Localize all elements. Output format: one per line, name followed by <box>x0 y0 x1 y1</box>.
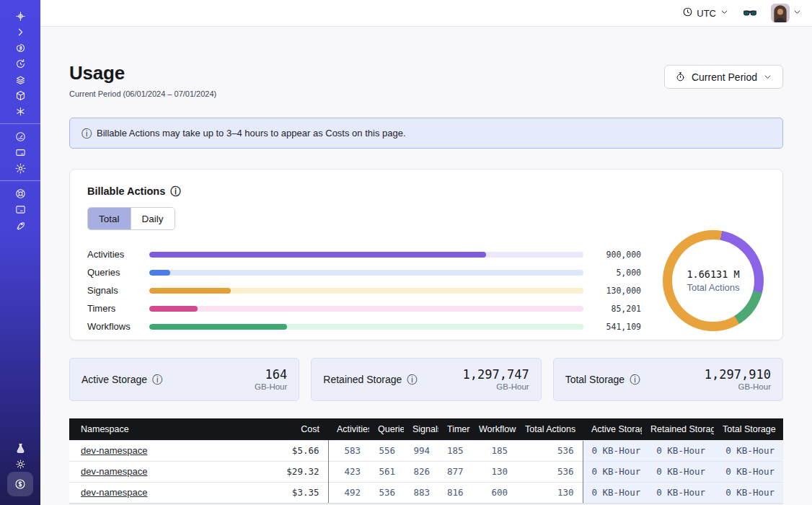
queries-cell: 556 <box>369 440 404 461</box>
bar-value: 900,000 <box>593 250 641 260</box>
account-menu[interactable] <box>771 4 802 22</box>
chevron-down-icon <box>720 7 729 19</box>
activities-cell: 423 <box>328 461 369 482</box>
page-subtitle: Current Period (06/01/2024 – 07/01/2024) <box>69 89 216 98</box>
billable-bar-chart: Activities 900,000 Queries 5,000 Signals <box>87 245 641 335</box>
bar-value: 85,201 <box>593 304 641 314</box>
table-row: dev-namespace $5.66 583 556 994 185 185 … <box>69 440 783 461</box>
expand-chevron-icon[interactable] <box>0 24 40 40</box>
deployments-cube-icon[interactable] <box>0 87 40 103</box>
usage-gauge-icon[interactable] <box>0 128 40 144</box>
timezone-selector[interactable]: UTC <box>682 6 729 19</box>
signals-cell: 883 <box>404 482 438 503</box>
period-dropdown-button[interactable]: Current Period <box>664 65 783 89</box>
donut-total-label: Total Actions <box>687 282 740 293</box>
bar-fill <box>149 324 287 330</box>
total-actions-cell: 536 <box>516 461 583 482</box>
avatar <box>771 4 790 22</box>
namespace-link[interactable]: dev-namespace <box>81 445 148 456</box>
col-total-actions: Total Actions <box>516 418 583 440</box>
retained-storage-cell: 0 KB-Hour <box>642 440 714 461</box>
temporal-logo-icon[interactable] <box>0 8 40 24</box>
schedules-icon[interactable] <box>0 56 40 71</box>
info-icon[interactable]: ⓘ <box>407 374 417 385</box>
workflows-cell: 600 <box>470 482 516 503</box>
active-storage-cell: 0 KB-Hour <box>583 482 642 503</box>
cost-cell: $29.32 <box>250 461 328 482</box>
col-namespace: Namespace <box>69 418 250 440</box>
support-lifebuoy-icon[interactable] <box>0 185 40 201</box>
clock-icon <box>682 6 693 19</box>
bar-track <box>149 324 583 330</box>
bar-label: Workflows <box>87 321 139 332</box>
active-storage-cell: 0 KB-Hour <box>583 440 642 461</box>
workflows-cell: 185 <box>470 440 516 461</box>
asterisk-icon[interactable] <box>0 103 40 119</box>
signals-cell: 826 <box>404 461 438 482</box>
bar-value: 5,000 <box>593 268 641 278</box>
bar-value: 541,109 <box>593 322 641 332</box>
active-storage-label: Active Storage <box>81 374 147 385</box>
topbar: UTC <box>40 0 812 27</box>
total-storage-unit: GB-Hour <box>705 382 771 391</box>
bar-row-activities: Activities 900,000 <box>87 245 641 263</box>
active-storage-unit: GB-Hour <box>255 382 287 391</box>
theme-sun-icon[interactable] <box>0 456 40 472</box>
sidebar <box>0 0 40 505</box>
table-row: dev-namespace $3.35 492 536 883 816 600 … <box>69 482 783 503</box>
storage-summary-row: Active Storage ⓘ 164 GB-Hour Retained St… <box>69 358 783 401</box>
sidebar-divider <box>0 123 40 124</box>
col-cost: Cost <box>250 418 328 440</box>
settings-gear-icon[interactable] <box>0 160 40 176</box>
active-storage-value: 164 <box>255 368 287 382</box>
stopwatch-icon <box>675 71 686 82</box>
col-timers: Timers <box>438 418 470 440</box>
total-storage-cell: 0 KB-Hour <box>714 482 783 503</box>
bar-fill <box>149 306 198 312</box>
retained-storage-label: Retained Storage <box>323 374 402 385</box>
feedback-monitor-icon[interactable] <box>0 201 40 217</box>
retained-storage-unit: GB-Hour <box>463 382 529 391</box>
total-storage-card: Total Storage ⓘ 1,297,910 GB-Hour <box>553 358 783 401</box>
bar-label: Activities <box>87 249 139 260</box>
info-icon[interactable]: ⓘ <box>152 374 162 385</box>
total-storage-value: 1,297,910 <box>705 368 771 382</box>
timers-cell: 816 <box>438 482 470 503</box>
donut-center: 1.66131 M Total Actions <box>672 240 754 322</box>
col-active-storage: Active Storage <box>583 418 642 440</box>
retained-storage-cell: 0 KB-Hour <box>642 482 714 503</box>
tab-total[interactable]: Total <box>88 208 131 229</box>
tab-daily[interactable]: Daily <box>131 208 175 229</box>
queries-cell: 536 <box>369 482 404 503</box>
bar-value: 130,000 <box>593 286 641 296</box>
chevron-down-icon <box>793 6 802 19</box>
billing-card-icon[interactable] <box>0 144 40 160</box>
retained-storage-value: 1,297,747 <box>463 368 529 382</box>
banner-text: Billable Actions may take up to 3–4 hour… <box>97 128 406 139</box>
total-storage-cell: 0 KB-Hour <box>714 461 783 482</box>
bar-row-timers: Timers 85,201 <box>87 299 641 317</box>
namespace-usage-table: Namespace Cost Activities Queries Signal… <box>69 418 783 503</box>
namespace-link[interactable]: dev-namespace <box>81 487 148 498</box>
labs-flask-icon[interactable] <box>0 440 40 456</box>
info-banner: ⓘ Billable Actions may take up to 3–4 ho… <box>69 118 783 149</box>
page-title: Usage <box>69 62 216 84</box>
info-icon[interactable]: ⓘ <box>170 186 180 196</box>
getting-started-rocket-icon[interactable] <box>0 217 40 233</box>
bar-fill <box>149 288 231 294</box>
namespaces-icon[interactable] <box>0 40 40 56</box>
timers-cell: 877 <box>438 461 470 482</box>
info-icon[interactable]: ⓘ <box>630 374 640 385</box>
bar-fill <box>149 270 170 276</box>
bar-label: Timers <box>87 303 139 314</box>
retained-storage-cell: 0 KB-Hour <box>642 461 714 482</box>
namespace-link[interactable]: dev-namespace <box>81 466 148 477</box>
layers-icon[interactable] <box>0 71 40 87</box>
total-actions-cell: 130 <box>516 482 583 503</box>
chart-mode-tabs: Total Daily <box>87 207 175 230</box>
glasses-icon[interactable] <box>742 5 758 21</box>
page-header: Usage Current Period (06/01/2024 – 07/01… <box>69 62 783 98</box>
timers-cell: 185 <box>438 440 470 461</box>
bar-track <box>149 288 583 294</box>
usage-coin-icon-active[interactable] <box>7 472 33 496</box>
